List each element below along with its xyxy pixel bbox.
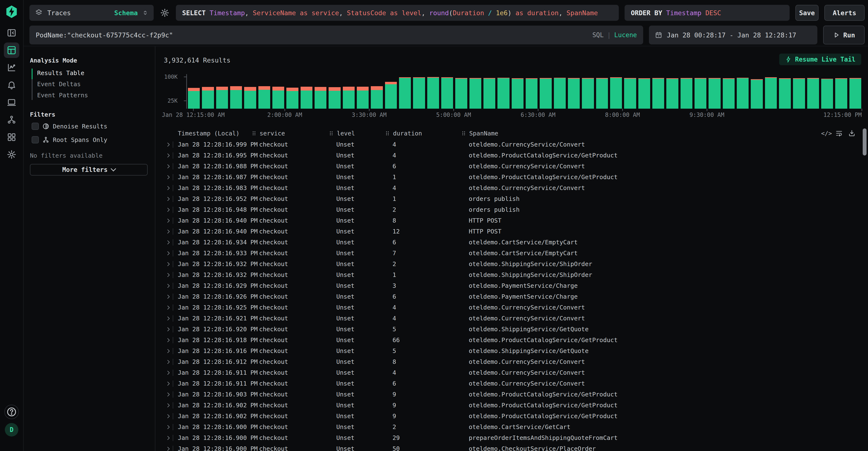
expand-chevron-icon[interactable] xyxy=(165,313,171,324)
expand-chevron-icon[interactable] xyxy=(165,237,171,248)
chart-bar[interactable] xyxy=(385,74,397,109)
chart-bar[interactable] xyxy=(610,74,622,109)
alerts-button[interactable]: Alerts xyxy=(824,5,865,21)
table-row[interactable]: Jan 28 12:28:16.911 PMcheckoutUnset6otel… xyxy=(156,378,868,389)
table-row[interactable]: Jan 28 12:28:16.934 PMcheckoutUnset6otel… xyxy=(156,237,868,248)
chart-bar[interactable] xyxy=(526,74,537,109)
chart-bar[interactable] xyxy=(202,74,214,109)
nav-dashboards-grid-icon[interactable] xyxy=(4,130,19,145)
chart-bar[interactable] xyxy=(807,74,819,109)
chart-bar[interactable] xyxy=(244,74,256,109)
table-row[interactable]: Jan 28 12:28:16.903 PMcheckoutUnset9otel… xyxy=(156,389,868,400)
table-row[interactable]: Jan 28 12:28:16.916 PMcheckoutUnset5otel… xyxy=(156,345,868,356)
chart-bar[interactable] xyxy=(540,74,552,109)
expand-chevron-icon[interactable] xyxy=(165,182,171,193)
table-row[interactable]: Jan 28 12:28:16.933 PMcheckoutUnset7otel… xyxy=(156,248,868,259)
chart-bar[interactable] xyxy=(681,74,692,109)
expand-chevron-icon[interactable] xyxy=(165,248,171,259)
chart-bar[interactable] xyxy=(568,74,580,109)
expand-chevron-icon[interactable] xyxy=(165,172,171,182)
chart-bar[interactable] xyxy=(596,74,608,109)
root-spans-toggle[interactable]: Root Spans Only xyxy=(32,136,107,143)
expand-chevron-icon[interactable] xyxy=(165,215,171,226)
root-spans-checkbox[interactable] xyxy=(32,136,39,143)
chart-bar[interactable] xyxy=(723,74,735,109)
table-row[interactable]: Jan 28 12:28:16.952 PMcheckoutUnset1orde… xyxy=(156,193,868,204)
expand-chevron-icon[interactable] xyxy=(165,139,171,150)
chart-bar[interactable] xyxy=(821,74,833,109)
chart-bar[interactable] xyxy=(582,74,594,109)
expand-chevron-icon[interactable] xyxy=(165,432,171,443)
help-icon[interactable] xyxy=(4,405,19,419)
resume-live-tail-button[interactable]: Resume Live Tail xyxy=(779,54,861,65)
chart-bar[interactable] xyxy=(343,74,354,109)
table-row[interactable]: Jan 28 12:28:16.988 PMcheckoutUnset6otel… xyxy=(156,161,868,172)
table-row[interactable]: Jan 28 12:28:16.902 PMcheckoutUnset9otel… xyxy=(156,411,868,422)
mode-event-patterns[interactable]: Event Patterns xyxy=(32,90,88,101)
expand-chevron-icon[interactable] xyxy=(165,422,171,432)
expand-chevron-icon[interactable] xyxy=(165,411,171,422)
chart-bar[interactable] xyxy=(371,74,383,109)
mode-results-table[interactable]: Results Table xyxy=(32,67,88,79)
table-row[interactable]: Jan 28 12:28:16.940 PMcheckoutUnset12HTT… xyxy=(156,226,868,237)
column-header-service[interactable]: service xyxy=(251,128,285,139)
chart-bar[interactable] xyxy=(835,74,847,109)
chart-bar[interactable] xyxy=(329,74,340,109)
chart-bar[interactable] xyxy=(497,74,509,109)
expand-chevron-icon[interactable] xyxy=(165,280,171,291)
nav-settings-gear-icon[interactable] xyxy=(4,147,19,162)
table-row[interactable]: Jan 28 12:28:16.987 PMcheckoutUnset1otel… xyxy=(156,172,868,182)
chart-bar[interactable] xyxy=(751,74,763,109)
table-row[interactable]: Jan 28 12:28:16.995 PMcheckoutUnset4otel… xyxy=(156,150,868,161)
chart-bar[interactable] xyxy=(737,74,749,109)
chart-bar[interactable] xyxy=(666,74,678,109)
chart-bar[interactable] xyxy=(230,74,242,109)
table-row[interactable]: Jan 28 12:28:16.999 PMcheckoutUnset4otel… xyxy=(156,139,868,150)
expand-chevron-icon[interactable] xyxy=(165,270,171,280)
table-row[interactable]: Jan 28 12:28:16.918 PMcheckoutUnset66ote… xyxy=(156,335,868,345)
chart-bar[interactable] xyxy=(694,74,706,109)
table-row[interactable]: Jan 28 12:28:16.929 PMcheckoutUnset3otel… xyxy=(156,280,868,291)
column-header-level[interactable]: level xyxy=(329,128,355,139)
expand-chevron-icon[interactable] xyxy=(165,161,171,172)
table-row[interactable]: Jan 28 12:28:16.932 PMcheckoutUnset1otel… xyxy=(156,270,868,280)
chart-bar[interactable] xyxy=(779,74,791,109)
chart-bar[interactable] xyxy=(315,74,327,109)
chart-bar[interactable] xyxy=(638,74,650,109)
expand-chevron-icon[interactable] xyxy=(165,335,171,345)
table-row[interactable]: Jan 28 12:28:16.900 PMcheckoutUnset29pre… xyxy=(156,432,868,443)
nav-chart-icon[interactable] xyxy=(4,60,19,75)
expand-chevron-icon[interactable] xyxy=(165,259,171,270)
column-header-timestamp[interactable]: Timestamp (Local) xyxy=(178,128,240,139)
chart-bar[interactable] xyxy=(709,74,720,109)
search-input[interactable]: PodName:"checkout-675775c4cc-f2p9c" SQL … xyxy=(29,26,643,45)
table-row[interactable]: Jan 28 12:28:16.920 PMcheckoutUnset5otel… xyxy=(156,324,868,335)
table-row[interactable]: Jan 28 12:28:16.900 PMcheckoutUnset2otel… xyxy=(156,422,868,432)
expand-chevron-icon[interactable] xyxy=(165,367,171,378)
chart-bar[interactable] xyxy=(413,74,425,109)
chart-bar[interactable] xyxy=(357,74,369,109)
drag-handle-icon[interactable] xyxy=(251,130,257,136)
chart-bar[interactable] xyxy=(399,74,411,109)
column-header-spanname[interactable]: SpanName xyxy=(461,128,498,139)
expand-chevron-icon[interactable] xyxy=(165,378,171,389)
chart-bar[interactable] xyxy=(272,74,284,109)
table-row[interactable]: Jan 28 12:28:16.983 PMcheckoutUnset4otel… xyxy=(156,182,868,193)
language-lucene-label[interactable]: Lucene xyxy=(614,31,637,39)
table-row[interactable]: Jan 28 12:28:16.926 PMcheckoutUnset6otel… xyxy=(156,291,868,302)
table-row[interactable]: Jan 28 12:28:16.940 PMcheckoutUnset8HTTP… xyxy=(156,215,868,226)
expand-chevron-icon[interactable] xyxy=(165,345,171,356)
table-row[interactable]: Jan 28 12:28:16.912 PMcheckoutUnset8otel… xyxy=(156,356,868,367)
table-row[interactable]: Jan 28 12:28:16.948 PMcheckoutUnset2orde… xyxy=(156,204,868,215)
table-row[interactable]: Jan 28 12:28:16.925 PMcheckoutUnset4otel… xyxy=(156,302,868,313)
chart-bar[interactable] xyxy=(512,74,524,109)
chart-bar[interactable] xyxy=(455,74,467,109)
chart-bar[interactable] xyxy=(188,74,200,109)
chart-bar[interactable] xyxy=(301,74,312,109)
chart-bar[interactable] xyxy=(469,74,481,109)
orderby-expression-input[interactable]: ORDER BY Timestamp DESC xyxy=(625,5,789,21)
code-view-icon[interactable]: </> xyxy=(822,129,831,138)
nav-search-icon[interactable] xyxy=(4,43,19,58)
expand-chevron-icon[interactable] xyxy=(165,193,171,204)
chart-bar[interactable] xyxy=(652,74,664,109)
